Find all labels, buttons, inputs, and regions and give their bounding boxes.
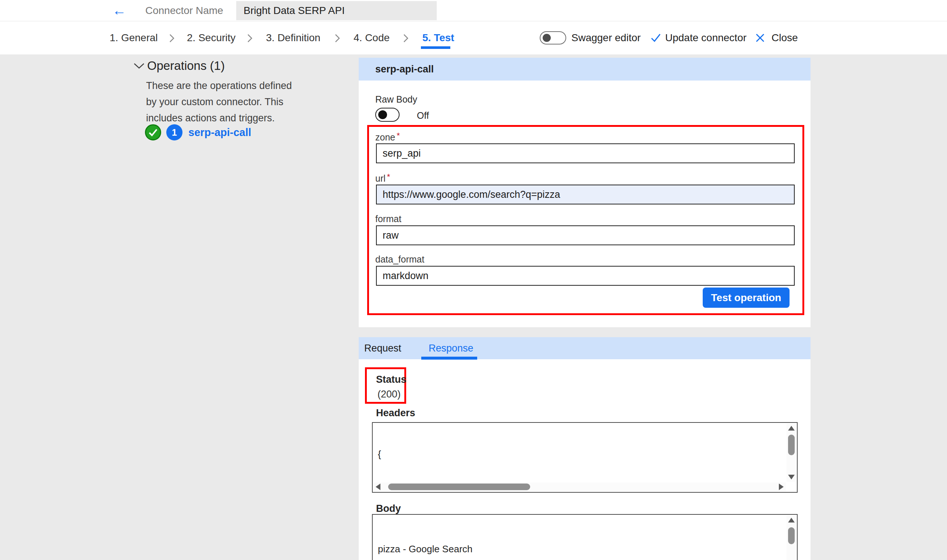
operation-number-badge: 1 [166,124,182,140]
raw-body-toggle[interactable] [375,108,399,122]
connector-name-label: Connector Name [145,0,223,22]
back-arrow-icon[interactable]: ← [110,0,128,21]
operation-list-item[interactable]: 1 serp-api-call [145,124,251,141]
operation-name-link[interactable]: serp-api-call [188,126,251,138]
scroll-up-icon[interactable] [788,426,795,431]
data-format-field-label: data_format [375,254,424,265]
close-x-icon[interactable] [755,33,765,44]
chevron-right-icon [403,34,409,45]
status-value: (200) [378,389,401,400]
zone-input[interactable] [376,143,795,163]
url-input[interactable] [376,185,795,205]
tab-test[interactable]: 5. Test [423,22,454,54]
scrollbar-thumb[interactable] [788,527,795,544]
tab-security[interactable]: 2. Security [187,22,236,54]
wizard-step-bar: 1. General 2. Security 3. Definition 4. … [0,22,947,54]
swagger-editor-toggle[interactable] [540,31,566,45]
field-label-text: zone [375,132,395,142]
operation-card-header: serp-api-call [359,58,811,80]
tab-general[interactable]: 1. General [110,22,158,54]
operations-description-line: by your custom connector. This [146,94,292,110]
body-line: pizza - Google Search [378,543,781,555]
format-field-label: format [375,214,401,224]
scroll-up-icon[interactable] [788,518,795,523]
required-asterisk: * [396,131,400,140]
raw-body-label: Raw Body [375,94,417,105]
field-label-text: data_format [375,254,424,265]
scroll-left-icon[interactable] [376,483,380,490]
operation-card-title: serp-api-call [375,58,434,80]
tab-definition[interactable]: 3. Definition [266,22,321,54]
test-result-card: Request Response Status (200) Headers { … [359,337,811,560]
swagger-editor-label: Swagger editor [571,22,640,54]
connector-name-input[interactable] [236,1,437,20]
status-label: Status [376,374,407,385]
close-button[interactable]: Close [771,22,798,54]
operation-test-card: serp-api-call Raw Body Off zone* url* fo… [359,58,811,327]
format-input[interactable] [376,225,795,245]
headers-label: Headers [376,408,415,419]
checkmark-icon[interactable] [651,32,662,45]
scroll-down-icon[interactable] [788,475,795,480]
tab-code[interactable]: 4. Code [353,22,390,54]
zone-field-label: zone* [375,131,400,143]
result-tab-bar: Request Response [359,337,811,359]
scroll-right-icon[interactable] [779,483,784,490]
chevron-right-icon [168,34,175,45]
operations-title: Operations (1) [147,59,225,73]
content-area: Operations (1) These are the operations … [0,54,947,560]
chevron-right-icon [247,34,253,45]
headers-output-box[interactable]: { "accept-ch": "Sec-CH-Prefers-Color-Sch… [372,422,797,493]
body-label: Body [376,503,401,514]
body-output-box[interactable]: pizza - Google Search # Accessibility Li… [372,514,797,560]
update-connector-button[interactable]: Update connector [665,22,746,54]
raw-body-state: Off [417,110,429,121]
data-format-input[interactable] [376,266,795,286]
tab-request[interactable]: Request [364,337,401,359]
vertical-scrollbar[interactable] [787,515,796,560]
headers-content: { "accept-ch": "Sec-CH-Prefers-Color-Sch… [378,425,781,482]
toggle-knob [378,110,387,119]
field-label-text: format [375,214,401,224]
field-label-text: url [375,173,386,183]
operations-description: These are the operations defined by your… [146,78,292,126]
horizontal-scrollbar[interactable] [373,482,786,491]
url-field-label: url* [375,172,390,184]
chevron-down-icon[interactable] [133,63,145,71]
required-asterisk: * [387,172,390,181]
test-operation-button[interactable]: Test operation [703,288,790,308]
scrollbar-thumb[interactable] [788,435,795,455]
chevron-right-icon [334,34,341,45]
custom-connector-test-page: ← Connector Name 1. General 2. Security … [0,0,947,560]
toggle-knob [543,34,551,42]
operations-description-line: These are the operations defined [146,78,292,94]
headers-line: { [378,448,781,460]
top-header-bar: ← Connector Name [0,0,947,22]
success-check-icon [145,124,161,140]
body-content: pizza - Google Search # Accessibility Li… [378,518,781,560]
tab-response[interactable]: Response [429,337,474,359]
active-tab-underline [421,357,477,360]
scrollbar-thumb[interactable] [388,483,530,490]
vertical-scrollbar[interactable] [787,424,796,482]
active-tab-underline [421,46,450,49]
